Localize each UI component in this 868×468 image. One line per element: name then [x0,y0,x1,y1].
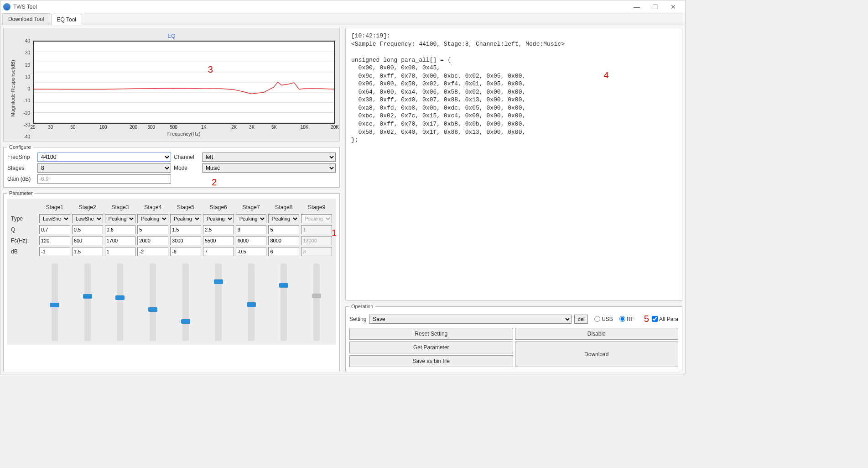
stage-1-type[interactable]: LowShel [39,214,70,223]
chart-xlabel: Frequency(Hz) [33,131,335,137]
stage-9-db [301,247,332,256]
stage-header: Stage1 [39,202,70,212]
stage-4-type[interactable]: Peaking [137,214,168,223]
window-title: TWS Tool [13,4,628,10]
stage-4-fc[interactable] [137,236,168,245]
channel-label: Channel [174,154,199,160]
stage-header: Stage2 [72,202,103,212]
stage-6-db[interactable] [203,247,234,256]
minimize-button[interactable]: — [628,2,646,12]
download-button[interactable]: Download [515,342,679,367]
stage-header: Stage8 [268,202,299,212]
stage-4-slider[interactable] [150,263,156,341]
stage-2-db[interactable] [72,247,103,256]
usb-radio[interactable]: USB [594,316,613,322]
maximize-button[interactable]: ☐ [646,2,664,12]
stage-header: Stage5 [170,202,201,212]
param-label-fc: Fc(Hz) [11,237,37,244]
allpara-checkbox[interactable]: All Para [652,316,678,322]
stage-9-slider [313,263,320,341]
stage-5-fc[interactable] [170,236,201,245]
stage-6-type[interactable]: Peaking [203,214,234,223]
annotation-4: 4 [603,69,609,82]
disable-button[interactable]: Disable [515,328,679,340]
eq-plot: 3 [33,41,335,124]
stage-8-type[interactable]: Peaking [268,214,299,223]
mode-select[interactable]: Music [202,163,336,173]
close-button[interactable]: ✕ [664,2,682,12]
stage-7-q[interactable] [236,225,267,234]
stage-8-q[interactable] [268,225,299,234]
gain-input[interactable] [37,174,171,184]
stage-7-db[interactable] [236,247,267,256]
save-bin-button[interactable]: Save as bin file [349,355,513,367]
reset-setting-button[interactable]: Reset Setting [349,328,513,340]
stage-9-fc [301,236,332,245]
stage-3-db[interactable] [105,247,136,256]
stage-8-db[interactable] [268,247,299,256]
stages-select[interactable]: 8 [37,163,171,173]
parameter-group: Parameter Stage1Stage2Stage3Stage4Stage5… [3,190,340,371]
stage-6-q[interactable] [203,225,234,234]
stage-header: Stage4 [137,202,168,212]
tab-bar: Download Tool EQ Tool [0,13,685,25]
operation-legend: Operation [349,304,375,309]
param-label-q: Q [11,226,37,233]
right-panel: [10:42:19]: <Sample Frequency: 44100, St… [343,25,685,374]
parameter-legend: Parameter [7,190,34,196]
annotation-5: 5 [644,314,649,324]
tab-download-tool[interactable]: Download Tool [2,13,50,25]
tab-eq-tool[interactable]: EQ Tool [51,14,82,25]
stage-2-q[interactable] [72,225,103,234]
stage-5-slider[interactable] [182,263,189,341]
freqsmp-label: FreqSmp [7,154,35,160]
del-button[interactable]: del [574,315,588,324]
param-label-db: dB [11,248,37,255]
stage-3-fc[interactable] [105,236,136,245]
stage-1-fc[interactable] [39,236,70,245]
stage-3-slider[interactable] [117,263,123,341]
stage-header: Stage7 [236,202,267,212]
stage-header: Stage9 [301,202,332,212]
param-label-type: Type [11,216,37,222]
log-output: [10:42:19]: <Sample Frequency: 44100, St… [345,28,682,301]
stage-5-type[interactable]: Peaking [170,214,201,223]
stage-2-slider[interactable] [84,263,91,341]
stage-3-type[interactable]: Peaking [105,214,136,223]
left-panel: EQ Magnitude Response(dB) 403020100-10-2… [0,25,343,374]
freqsmp-select[interactable]: 44100 [37,152,171,162]
stage-7-slider[interactable] [248,263,255,341]
stage-8-fc[interactable] [268,236,299,245]
stage-6-slider[interactable] [215,263,222,341]
configure-legend: Configure [7,144,33,150]
stage-9-type: Peaking [301,214,332,223]
stage-5-db[interactable] [170,247,201,256]
chart-title: EQ [8,33,335,39]
stage-header: Stage6 [203,202,234,212]
stage-8-slider[interactable] [281,263,287,341]
stage-7-fc[interactable] [236,236,267,245]
stage-1-q[interactable] [39,225,70,234]
operation-group: Operation Setting Save del USB RF 5 All … [345,304,682,371]
setting-label: Setting [349,316,366,322]
stage-6-fc[interactable] [203,236,234,245]
stage-7-type[interactable]: Peaking [236,214,267,223]
stage-2-fc[interactable] [72,236,103,245]
eq-chart-panel: EQ Magnitude Response(dB) 403020100-10-2… [3,28,340,142]
gain-label: Gain (dB) [7,176,35,182]
stage-2-type[interactable]: LowShel [72,214,103,223]
rf-radio[interactable]: RF [619,316,634,322]
chart-ylabel: Magnitude Response(dB) [8,41,17,137]
stage-4-q[interactable] [137,225,168,234]
stage-4-db[interactable] [137,247,168,256]
setting-select[interactable]: Save [369,315,572,324]
channel-select[interactable]: left [202,152,336,162]
stage-1-db[interactable] [39,247,70,256]
stage-1-slider[interactable] [52,263,58,341]
stage-9-q [301,225,332,234]
stage-5-q[interactable] [170,225,201,234]
stages-label: Stages [7,165,35,171]
get-parameter-button[interactable]: Get Parameter [349,342,513,353]
stage-3-q[interactable] [105,225,136,234]
title-bar: TWS Tool — ☐ ✕ [0,0,685,13]
